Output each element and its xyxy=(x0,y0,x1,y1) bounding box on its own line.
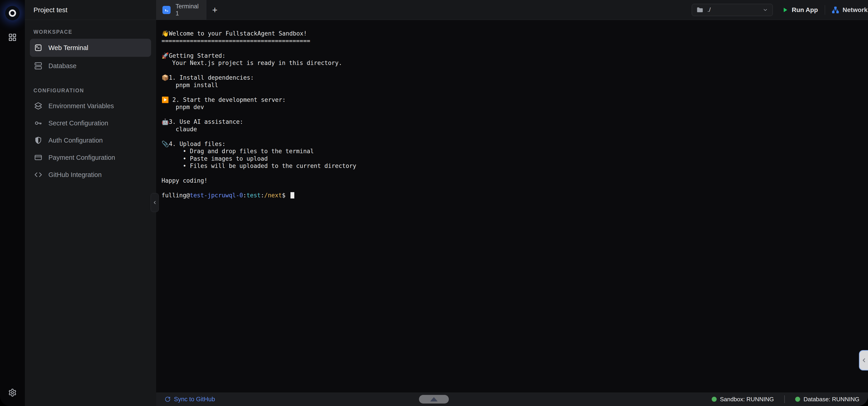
prompt-segment: /next xyxy=(264,192,282,199)
terminal-line: 📦1. Install dependencies: xyxy=(161,74,863,82)
sidebar-item-environment-variables[interactable]: Environment Variables xyxy=(30,97,151,115)
tab-label: Terminal 1 xyxy=(176,3,200,17)
sidebar-item-database[interactable]: Database xyxy=(30,57,151,75)
terminal-window-icon xyxy=(34,44,42,52)
sandbox-status-dot xyxy=(712,397,717,402)
sidebar: Project test WORKSPACEWeb TerminalDataba… xyxy=(25,0,156,406)
collapse-sidebar-button[interactable] xyxy=(151,193,159,212)
arrow-up-icon xyxy=(430,397,438,402)
prompt-segment: fulling@ xyxy=(161,192,190,199)
terminal-line: • Files will be uploaded to the current … xyxy=(161,162,863,170)
sidebar-item-secret-configuration[interactable]: Secret Configuration xyxy=(30,115,151,132)
app-window: Project test WORKSPACEWeb TerminalDataba… xyxy=(0,0,868,406)
run-app-button[interactable]: Run App xyxy=(782,6,818,13)
sidebar-item-github-integration[interactable]: GitHub Integration xyxy=(30,166,151,183)
network-button[interactable]: Network xyxy=(832,6,868,13)
project-title: Project test xyxy=(25,0,156,20)
sync-label: Sync to GitHub xyxy=(174,396,215,403)
folder-icon xyxy=(696,6,703,13)
app-logo xyxy=(5,6,20,20)
terminal-line: Your Next.js project is ready in this di… xyxy=(161,59,863,67)
terminal-line: pnpm dev xyxy=(161,104,863,111)
layers-icon xyxy=(34,102,42,110)
sidebar-item-auth-configuration[interactable]: Auth Configuration xyxy=(30,132,151,149)
terminal-line xyxy=(161,170,863,177)
database-status-dot xyxy=(795,397,800,402)
section-label-configuration: CONFIGURATION xyxy=(33,88,151,94)
directory-select[interactable]: ./ xyxy=(692,4,773,16)
new-terminal-button[interactable]: + xyxy=(212,5,217,14)
gear-icon xyxy=(8,388,17,397)
logo-ring-icon xyxy=(9,9,16,17)
credit-card-icon xyxy=(34,154,42,162)
sidebar-item-label: Web Terminal xyxy=(49,44,88,52)
section-label-workspace: WORKSPACE xyxy=(33,29,151,35)
terminal-line: pnpm install xyxy=(161,82,863,89)
sidebar-item-label: Payment Configuration xyxy=(49,154,115,162)
terminal-line: ========================================… xyxy=(161,37,863,45)
sidebar-item-label: Database xyxy=(49,62,76,70)
network-icon xyxy=(832,6,839,13)
open-right-panel-button[interactable] xyxy=(859,350,868,371)
terminal-line: Happy coding! xyxy=(161,177,863,184)
chevron-left-icon xyxy=(152,200,157,205)
terminal-line: 🚀Getting Started: xyxy=(161,52,863,60)
terminal-line: claude xyxy=(161,125,863,133)
terminal-line: 👋Welcome to your FullstackAgent Sandbox! xyxy=(161,30,863,37)
sidebar-item-label: GitHub Integration xyxy=(49,171,101,179)
grid-icon xyxy=(8,33,17,41)
terminal-cursor xyxy=(290,192,294,199)
prompt-segment: test xyxy=(247,192,261,199)
sidebar-item-label: Secret Configuration xyxy=(49,119,108,127)
terminal-line xyxy=(161,67,863,74)
database-icon xyxy=(34,62,42,70)
terminal-prompt: fulling@test-jpcruwql-0:test:/next$ xyxy=(161,192,863,199)
terminal-line: ▶️ 2. Start the development server: xyxy=(161,96,863,104)
database-status: Database: RUNNING xyxy=(795,396,859,403)
sync-icon xyxy=(165,396,170,402)
shield-icon xyxy=(34,137,42,144)
sidebar-item-payment-configuration[interactable]: Payment Configuration xyxy=(30,149,151,166)
database-status-label: Database: RUNNING xyxy=(804,396,859,403)
terminal-output[interactable]: 👋Welcome to your FullstackAgent Sandbox!… xyxy=(156,20,868,393)
sidebar-item-web-terminal[interactable]: Web Terminal xyxy=(30,39,151,57)
terminal-line xyxy=(161,133,863,140)
apps-grid-button[interactable] xyxy=(6,31,19,44)
terminal-tab-icon xyxy=(162,6,170,14)
terminal-line xyxy=(161,111,863,118)
settings-button[interactable] xyxy=(6,386,19,399)
prompt-segment: : xyxy=(243,192,247,199)
directory-value: ./ xyxy=(707,6,711,13)
status-indicators: Sandbox: RUNNING Database: RUNNING xyxy=(712,395,860,403)
chevron-down-icon xyxy=(763,7,768,13)
icon-rail xyxy=(0,0,25,406)
terminal-line xyxy=(161,45,863,52)
sandbox-status-label: Sandbox: RUNNING xyxy=(720,396,774,403)
terminal-line xyxy=(161,89,863,96)
terminal-line: 🤖3. Use AI assistance: xyxy=(161,118,863,125)
terminal-line: • Paste images to upload xyxy=(161,155,863,163)
code-icon xyxy=(34,171,42,179)
key-icon xyxy=(34,119,42,127)
play-icon xyxy=(782,7,788,13)
sidebar-item-label: Auth Configuration xyxy=(49,137,103,144)
terminal-line: 📎4. Upload files: xyxy=(161,140,863,148)
status-divider xyxy=(784,395,785,403)
terminal-tabbar: Terminal 1 + ./ Run App Network xyxy=(156,0,868,20)
terminal-line xyxy=(161,184,863,192)
sidebar-nav: WORKSPACEWeb TerminalDatabaseCONFIGURATI… xyxy=(25,20,156,189)
sync-to-github-button[interactable]: Sync to GitHub xyxy=(165,396,215,403)
prompt-segment: test-jpcruwql-0 xyxy=(190,192,243,199)
run-app-label: Run App xyxy=(792,6,818,13)
prompt-segment: : xyxy=(260,192,264,199)
network-label: Network xyxy=(843,6,868,13)
bottom-bar: Sync to GitHub Sandbox: RUNNING Database… xyxy=(156,393,868,406)
expand-drawer-button[interactable] xyxy=(419,395,449,404)
prompt-segment: $ xyxy=(282,192,289,199)
sandbox-status: Sandbox: RUNNING xyxy=(712,396,774,403)
tab-terminal-1[interactable]: Terminal 1 xyxy=(156,0,206,20)
chevron-left-icon xyxy=(861,357,867,364)
sidebar-item-label: Environment Variables xyxy=(49,102,114,110)
terminal-line: • Drag and drop files to the terminal xyxy=(161,148,863,155)
main-panel: Terminal 1 + ./ Run App Network 👋Welcome… xyxy=(156,0,868,406)
